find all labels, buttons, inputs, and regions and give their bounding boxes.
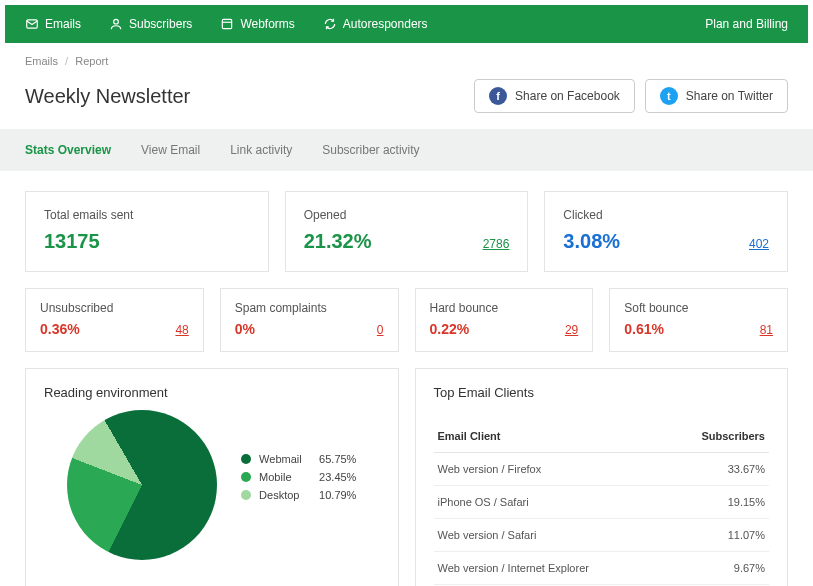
stat-label: Hard bounce [430, 301, 579, 315]
nav-label: Subscribers [129, 17, 192, 31]
twitter-icon: t [660, 87, 678, 105]
share-facebook-label: Share on Facebook [515, 89, 620, 103]
stat-value: 0.61% [624, 321, 664, 337]
stat-label: Total emails sent [44, 208, 250, 222]
stat-value: 3.08% [563, 230, 620, 253]
table-row: Web version / Internet Explorer9.67% [434, 552, 770, 585]
svg-rect-2 [223, 19, 232, 28]
client-pct: 11.07% [665, 519, 769, 552]
stat-value: 0.36% [40, 321, 80, 337]
nav-subscribers[interactable]: Subscribers [109, 17, 192, 31]
stat-value: 13175 [44, 230, 100, 253]
facebook-icon: f [489, 87, 507, 105]
stat-count-link[interactable]: 0 [377, 323, 384, 337]
clients-col-name: Email Client [434, 420, 666, 453]
tabs: Stats Overview View Email Link activity … [0, 129, 813, 171]
clients-col-pct: Subscribers [665, 420, 769, 453]
stat-count-link[interactable]: 48 [175, 323, 188, 337]
svg-point-1 [114, 19, 119, 24]
stat-spam: Spam complaints 0% 0 [220, 288, 399, 352]
tab-subscriber-activity[interactable]: Subscriber activity [322, 143, 419, 157]
stat-unsubscribed: Unsubscribed 0.36% 48 [25, 288, 204, 352]
legend-name: Desktop [259, 489, 311, 501]
nav-webforms[interactable]: Webforms [220, 17, 294, 31]
legend-name: Mobile [259, 471, 311, 483]
stat-value: 0% [235, 321, 255, 337]
pie-legend: Webmail65.75%Mobile23.45%Desktop10.79% [241, 453, 356, 507]
stat-label: Opened [304, 208, 510, 222]
stat-hard-bounce: Hard bounce 0.22% 29 [415, 288, 594, 352]
legend-value: 23.45% [319, 471, 356, 483]
table-row: iPhone OS / Safari19.15% [434, 486, 770, 519]
table-row: Web version / Safari11.07% [434, 519, 770, 552]
breadcrumb: Emails / Report [0, 43, 813, 75]
stat-label: Clicked [563, 208, 769, 222]
stat-value: 0.22% [430, 321, 470, 337]
client-name: Web version / Internet Explorer [434, 552, 666, 585]
tab-stats-overview[interactable]: Stats Overview [25, 143, 111, 157]
share-facebook-button[interactable]: f Share on Facebook [474, 79, 635, 113]
title-row: Weekly Newsletter f Share on Facebook t … [0, 75, 813, 129]
mail-icon [25, 17, 39, 31]
breadcrumb-root[interactable]: Emails [25, 55, 58, 67]
stat-label: Soft bounce [624, 301, 773, 315]
stats-primary-row: Total emails sent 13175 Opened 21.32% 27… [25, 191, 788, 272]
refresh-icon [323, 17, 337, 31]
client-pct: 19.15% [665, 486, 769, 519]
legend-value: 65.75% [319, 453, 356, 465]
email-clients-table: Email Client Subscribers Web version / F… [434, 420, 770, 585]
stat-opened: Opened 21.32% 2786 [285, 191, 529, 272]
stat-value: 21.32% [304, 230, 372, 253]
stat-clicked: Clicked 3.08% 402 [544, 191, 788, 272]
client-pct: 9.67% [665, 552, 769, 585]
legend-swatch [241, 454, 251, 464]
stat-count-link[interactable]: 81 [760, 323, 773, 337]
stat-soft-bounce: Soft bounce 0.61% 81 [609, 288, 788, 352]
legend-row: Webmail65.75% [241, 453, 356, 465]
stat-label: Unsubscribed [40, 301, 189, 315]
legend-swatch [241, 490, 251, 500]
client-name: Web version / Firefox [434, 453, 666, 486]
reading-environment-panel: Reading environment Webmail65.75%Mobile2… [25, 368, 399, 586]
nav-label: Webforms [240, 17, 294, 31]
form-icon [220, 17, 234, 31]
panel-title: Reading environment [44, 385, 380, 400]
breadcrumb-current: Report [75, 55, 108, 67]
stat-label: Spam complaints [235, 301, 384, 315]
top-email-clients-panel: Top Email Clients Email Client Subscribe… [415, 368, 789, 586]
stats-secondary-row: Unsubscribed 0.36% 48 Spam complaints 0%… [25, 288, 788, 352]
tab-link-activity[interactable]: Link activity [230, 143, 292, 157]
page-title: Weekly Newsletter [25, 85, 474, 108]
user-icon [109, 17, 123, 31]
legend-row: Mobile23.45% [241, 471, 356, 483]
panel-title: Top Email Clients [434, 385, 770, 400]
nav-autoresponders[interactable]: Autoresponders [323, 17, 428, 31]
legend-swatch [241, 472, 251, 482]
stat-count-link[interactable]: 29 [565, 323, 578, 337]
share-twitter-button[interactable]: t Share on Twitter [645, 79, 788, 113]
share-twitter-label: Share on Twitter [686, 89, 773, 103]
stat-count-link[interactable]: 402 [749, 237, 769, 251]
tab-view-email[interactable]: View Email [141, 143, 200, 157]
nav-label: Emails [45, 17, 81, 31]
nav-emails[interactable]: Emails [25, 17, 81, 31]
reading-env-pie-chart [67, 410, 217, 560]
nav-plan-billing[interactable]: Plan and Billing [705, 17, 788, 31]
stat-total-sent: Total emails sent 13175 [25, 191, 269, 272]
legend-name: Webmail [259, 453, 311, 465]
client-pct: 33.67% [665, 453, 769, 486]
client-name: iPhone OS / Safari [434, 486, 666, 519]
table-row: Web version / Firefox33.67% [434, 453, 770, 486]
client-name: Web version / Safari [434, 519, 666, 552]
breadcrumb-sep: / [65, 55, 68, 67]
top-nav: Emails Subscribers Webforms Autoresponde… [5, 5, 808, 43]
legend-value: 10.79% [319, 489, 356, 501]
legend-row: Desktop10.79% [241, 489, 356, 501]
stat-count-link[interactable]: 2786 [483, 237, 510, 251]
nav-label: Autoresponders [343, 17, 428, 31]
